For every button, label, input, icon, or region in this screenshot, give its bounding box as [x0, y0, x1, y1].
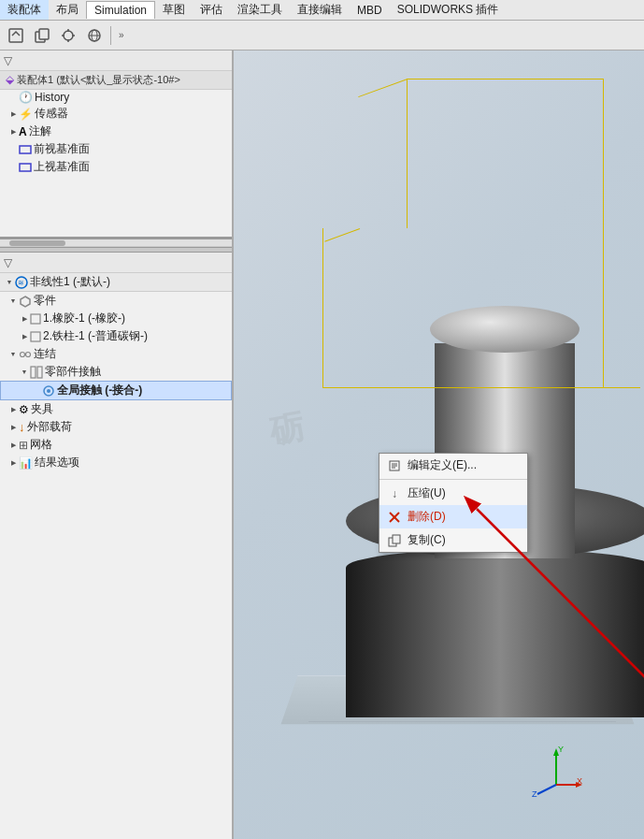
load-expand: ▶: [7, 422, 19, 433]
rubber-label: 1.橡胶-1 (-橡胶-): [43, 311, 125, 326]
parts-expand: ▼: [7, 296, 19, 307]
toolbar-expand-btn[interactable]: »: [119, 30, 124, 40]
front-plane-label: 前视基准面: [34, 141, 90, 157]
global-contact-expand: [31, 385, 42, 397]
toolbar-home-btn[interactable]: [4, 23, 28, 48]
history-expand: [7, 92, 19, 103]
top-tree-panel: ⬙ 装配体1 (默认<默认_显示状态-10#> 🕐 History ▶ ⚡ 传感…: [0, 71, 232, 239]
ctx-edit-definition[interactable]: 编辑定义(E)...: [379, 454, 527, 477]
tree-item-front-plane[interactable]: 前视基准面: [0, 140, 232, 158]
bbox-top: [407, 79, 603, 80]
bbox-bottom: [322, 387, 640, 388]
tree-item-annotation[interactable]: ▶ A 注解: [0, 123, 232, 140]
tree-item-parts[interactable]: ▼ 零件: [0, 292, 232, 310]
bbox-right-top: [603, 79, 604, 266]
tree-item-part-contact[interactable]: ▼ 零部件接触: [0, 363, 232, 381]
parts-label: 零件: [34, 293, 56, 309]
ctx-delete-label: 删除(D): [408, 509, 446, 525]
annotation-label: 注解: [29, 123, 51, 139]
context-menu: 编辑定义(E)... ↓ 压缩(U) 删除(D) 复制(C): [379, 453, 528, 553]
scroll-thumb[interactable]: [9, 240, 65, 246]
coord-indicator: Y X Z: [528, 743, 584, 802]
fixture-label: 夹具: [31, 401, 53, 417]
top-plane-expand: [7, 162, 19, 173]
ctx-compress[interactable]: ↓ 压缩(U): [379, 482, 527, 505]
menu-render[interactable]: 渲染工具: [230, 0, 290, 20]
bbox-diag-left: [324, 228, 360, 242]
toolbar-separator: [110, 26, 111, 45]
tree-item-history[interactable]: 🕐 History: [0, 90, 232, 105]
svg-rect-22: [37, 367, 42, 378]
ctx-copy[interactable]: 复制(C): [379, 528, 527, 552]
toolbar-copy-btn[interactable]: [30, 23, 54, 48]
svg-line-31: [537, 785, 556, 794]
nonlinear-icon: ≋: [15, 276, 28, 289]
nonlinear-expand: ▼: [4, 277, 15, 288]
svg-rect-17: [31, 332, 40, 341]
global-contact-icon: [42, 384, 55, 398]
menu-simulation[interactable]: Simulation: [86, 1, 155, 19]
menu-evaluate[interactable]: 评估: [193, 0, 230, 20]
svg-rect-12: [20, 164, 31, 171]
toolbar-crosshair-btn[interactable]: [56, 23, 80, 48]
mesh-icon: ⊞: [19, 439, 28, 452]
menu-direct-edit[interactable]: 直接编辑: [290, 0, 350, 20]
iron-icon: [30, 331, 41, 342]
rubber-expand: ▶: [19, 313, 30, 325]
copy-icon: [387, 533, 402, 548]
top-filter-row: ▽: [0, 51, 232, 71]
fixture-icon: ⚙: [19, 403, 29, 416]
ctx-sep-1: [379, 479, 527, 480]
tree-item-iron[interactable]: ▶ 2.铁柱-1 (-普通碳钢-): [0, 327, 232, 345]
sensor-label: 传感器: [35, 106, 68, 122]
tree-item-global-contact[interactable]: 全局接触 (-接合-): [0, 381, 232, 400]
part-contact-expand: ▼: [19, 367, 30, 378]
bottom-filter-row: ▽: [0, 253, 232, 273]
tree-root-nonlinear[interactable]: ▼ ≋ 非线性1 (-默认-): [0, 273, 232, 292]
toolbar-globe-btn[interactable]: [82, 23, 107, 48]
rubber-icon: [30, 313, 41, 325]
annotation-icon: A: [19, 125, 27, 138]
cylinder-small-top: [430, 306, 580, 353]
menu-assembly[interactable]: 装配体: [0, 0, 49, 20]
top-filter-icon: ▽: [4, 54, 12, 67]
tree-item-fixture[interactable]: ▶ ⚙ 夹具: [0, 400, 232, 418]
front-plane-icon: [19, 144, 32, 155]
svg-point-24: [47, 389, 50, 393]
iron-label: 2.铁柱-1 (-普通碳钢-): [43, 328, 148, 344]
bbox-diag-top-left: [358, 79, 408, 97]
svg-rect-21: [31, 367, 36, 378]
tree-item-sensor[interactable]: ▶ ⚡ 传感器: [0, 105, 232, 123]
toolbar: »: [0, 21, 644, 51]
svg-rect-11: [20, 146, 31, 153]
tree-item-result[interactable]: ▶ 📊 结果选项: [0, 454, 232, 471]
menu-layout[interactable]: 布局: [49, 0, 86, 20]
left-panel: ▽ ⬙ 装配体1 (默认<默认_显示状态-10#> 🕐 History ▶ ⚡ …: [0, 51, 234, 839]
tree-item-top-plane[interactable]: 上视基准面: [0, 158, 232, 176]
tree-item-load[interactable]: ▶ ↓ 外部载荷: [0, 418, 232, 436]
ground-line: [308, 721, 616, 722]
top-tree-title: ⬙ 装配体1 (默认<默认_显示状态-10#>: [0, 71, 232, 90]
ctx-delete[interactable]: 删除(D): [379, 505, 527, 528]
top-scrollbar[interactable]: [0, 239, 232, 247]
menu-bar: 装配体 布局 Simulation 草图 评估 渲染工具 直接编辑 MBD SO…: [0, 0, 644, 21]
menu-sketch[interactable]: 草图: [155, 0, 193, 20]
menu-solidworks-plugin[interactable]: SOLIDWORKS 插件: [390, 0, 507, 20]
load-label: 外部载荷: [27, 419, 72, 435]
compress-icon: ↓: [387, 486, 402, 501]
svg-text:Z: Z: [532, 789, 537, 799]
annotation-expand: ▶: [7, 126, 19, 137]
tree-item-rubber[interactable]: ▶ 1.橡胶-1 (-橡胶-): [0, 310, 232, 327]
bottom-tree-panel: ▼ ≋ 非线性1 (-默认-) ▼ 零件 ▶ 1.橡胶-1: [0, 273, 232, 839]
viewport[interactable]: Y X Z 编辑定义(E)...: [234, 51, 644, 839]
tree-item-mesh[interactable]: ▶ ⊞ 网格: [0, 436, 232, 454]
top-plane-label: 上视基准面: [34, 159, 90, 175]
part-contact-label: 零部件接触: [45, 364, 101, 380]
edit-icon: [387, 458, 402, 473]
sensor-expand: ▶: [7, 108, 19, 120]
svg-point-3: [64, 31, 73, 40]
main-layout: ▽ ⬙ 装配体1 (默认<默认_显示状态-10#> 🕐 History ▶ ⚡ …: [0, 51, 644, 839]
svg-rect-16: [31, 314, 40, 324]
tree-item-connect[interactable]: ▼ 连结: [0, 345, 232, 363]
menu-mbd[interactable]: MBD: [350, 2, 390, 19]
